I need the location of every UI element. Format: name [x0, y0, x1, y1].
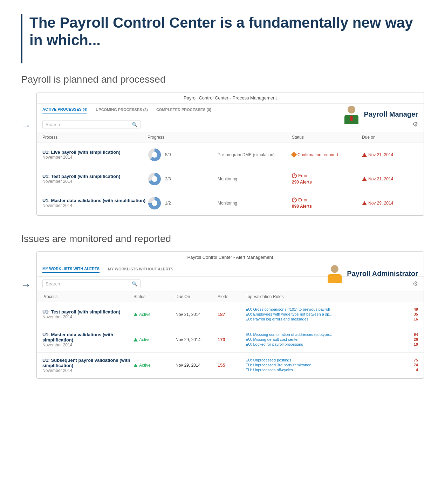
status-cell: Confirmation required	[292, 152, 362, 157]
search-placeholder2: Search	[46, 281, 60, 286]
tab-completed-processes[interactable]: COMPLETED PROCESSES (0)	[156, 108, 211, 113]
validation-rule-row: EU: Gross comparisons (/101) to previous…	[246, 307, 418, 311]
tab-active-processes[interactable]: ACTIVE PROCESSES (4)	[42, 107, 87, 113]
status-cell: Error 998 Alerts	[292, 198, 362, 209]
process-name-cell: U1: Live payroll (with simplification) N…	[42, 150, 148, 160]
panel2-header: Payroll Control Center - Alert Managemen…	[37, 252, 424, 263]
validation-rule-row: EU: Misssing combination of addresses (s…	[246, 332, 418, 337]
progress-fraction: 5/9	[165, 152, 171, 157]
alerts-count: 173	[218, 337, 246, 342]
due-cell: Nov 21, 2014	[362, 152, 418, 157]
manager2-name: Payroll Administrator	[347, 270, 418, 278]
alerts-count: 187	[218, 312, 246, 317]
progress-fraction: 1/2	[165, 201, 171, 206]
progress-cell: 2/3	[148, 172, 218, 186]
process-name-cell: U1: Master data validations (with simpli…	[42, 332, 134, 347]
section2-title: Issues are monitored and reported	[21, 233, 424, 244]
validation-rule-row: EU: Locked for payroll processing 10	[246, 342, 418, 346]
table-row[interactable]: U1: Test payroll (with simplification) N…	[37, 302, 424, 327]
step-label: Monitoring	[218, 177, 292, 181]
progress-pie	[148, 148, 162, 162]
warning-icon	[362, 153, 367, 157]
manager2-badge: Payroll Administrator	[325, 264, 418, 283]
due-cell: Nov 29, 2014	[362, 201, 418, 206]
manager-avatar	[342, 105, 361, 124]
progress-fraction: 2/3	[165, 177, 171, 181]
table-row[interactable]: U1: Master data validations (with simpli…	[37, 327, 424, 353]
active-triangle-icon	[134, 338, 138, 341]
process-name-cell: U1: Subsequent payroll validations (with…	[42, 358, 134, 373]
due-date: Nov 29, 2014	[176, 363, 218, 368]
panel2-tabs: MY WORKLISTS WITH ALERTS MY WORKLISTS WI…	[37, 263, 424, 277]
page-main-title: The Payroll Control Center is a fundamen…	[29, 14, 424, 49]
validation-rules: EU: Unprocessed postings 75 EU: Unproces…	[246, 358, 418, 373]
section1-title: Payroll is planned and processed	[21, 74, 424, 85]
col-due: Due on	[362, 135, 418, 140]
table-row[interactable]: U1: Test payroll (with simplification) N…	[37, 167, 424, 191]
col-process: Process	[42, 294, 134, 299]
col-due: Due On	[176, 294, 218, 299]
admin-avatar	[325, 264, 344, 283]
tab-upcoming-processes[interactable]: UPCOMING PROCESSES (2)	[96, 108, 148, 113]
tab-worklists-without-alerts[interactable]: MY WORKLISTS WITHOUT ALERTS	[108, 267, 173, 272]
process-name-cell: U1: Test payroll (with simplification) N…	[42, 174, 148, 184]
error-icon	[292, 198, 297, 202]
progress-pie	[148, 172, 162, 186]
svg-point-5	[152, 200, 157, 206]
process-management-panel: Payroll Control Center - Process Managem…	[36, 92, 424, 216]
search-icon: 🔍	[132, 122, 137, 127]
search-icon2: 🔍	[132, 281, 137, 286]
step-label: Pre-program DME (simulation)	[218, 152, 292, 157]
col-status: Status	[292, 135, 362, 140]
col-empty	[218, 135, 292, 140]
step-label: Monitoring	[218, 201, 292, 206]
col-process: Process	[42, 135, 148, 140]
validation-rules: EU: Misssing combination of addresses (s…	[246, 332, 418, 347]
due-date: Nov 21, 2014	[176, 312, 218, 317]
validation-rule-row: EU: Unprocessed 3rd party remittance 74	[246, 363, 418, 367]
active-status: Active	[134, 337, 176, 342]
diamond-icon	[291, 152, 297, 158]
progress-cell: 1/2	[148, 196, 218, 210]
panel1-tabs: ACTIVE PROCESSES (4) UPCOMING PROCESSES …	[37, 104, 424, 117]
manager1-name: Payroll Manager	[364, 110, 418, 118]
validation-rule-row: EU: Missing default cost center 26	[246, 337, 418, 341]
due-cell: Nov 21, 2014	[362, 177, 418, 181]
col-alerts: Alerts	[218, 294, 246, 299]
validation-rule-row: EU: Payroll log errors and messages 16	[246, 317, 418, 321]
error-icon	[292, 173, 297, 178]
search-box2[interactable]: Search 🔍	[42, 279, 141, 288]
validation-rule-row: EU: Unprocesses off-cycles 4	[246, 368, 418, 372]
table-row[interactable]: U1: Live payroll (with simplification) N…	[37, 143, 424, 167]
due-date: Nov 29, 2014	[176, 337, 218, 342]
alert-table-header: Process Status Due On Alerts Top Validat…	[37, 291, 424, 302]
status-error: Error	[292, 173, 362, 178]
svg-point-1	[152, 152, 157, 158]
progress-pie	[148, 196, 162, 210]
status-alerts: 290 Alerts	[292, 180, 362, 185]
process-table-header: Process Progress Status Due on	[37, 132, 424, 143]
search-placeholder: Search	[46, 122, 60, 127]
svg-point-3	[152, 176, 157, 182]
tab-worklists-with-alerts[interactable]: MY WORKLISTS WITH ALERTS	[42, 267, 100, 273]
table-row[interactable]: U1: Subsequent payroll validations (with…	[37, 353, 424, 378]
col-validation: Top Validation Rules	[246, 294, 418, 299]
table-row[interactable]: U1: Master data validations (with simpli…	[37, 191, 424, 215]
alert-management-panel: Payroll Control Center - Alert Managemen…	[36, 251, 424, 379]
col-status: Status	[134, 294, 176, 299]
search-box[interactable]: Search 🔍	[42, 120, 141, 129]
manager-badge: Payroll Manager	[342, 105, 418, 124]
status-confirmation: Confirmation required	[292, 152, 362, 157]
status-error: Error	[292, 198, 362, 202]
status-cell: Error 290 Alerts	[292, 173, 362, 185]
alerts-count: 155	[218, 363, 246, 368]
process-name-cell: U1: Test payroll (with simplification) N…	[42, 309, 134, 319]
validation-rule-row: EU: Unprocessed postings 75	[246, 358, 418, 362]
warning-icon	[362, 177, 367, 181]
active-triangle-icon	[134, 364, 138, 367]
process-name-cell: U1: Master data validations (with simpli…	[42, 198, 148, 208]
warning-icon	[362, 201, 367, 205]
validation-rules: EU: Gross comparisons (/101) to previous…	[246, 307, 418, 322]
panel1-header: Payroll Control Center - Process Managem…	[37, 92, 424, 104]
status-alerts: 998 Alerts	[292, 204, 362, 209]
